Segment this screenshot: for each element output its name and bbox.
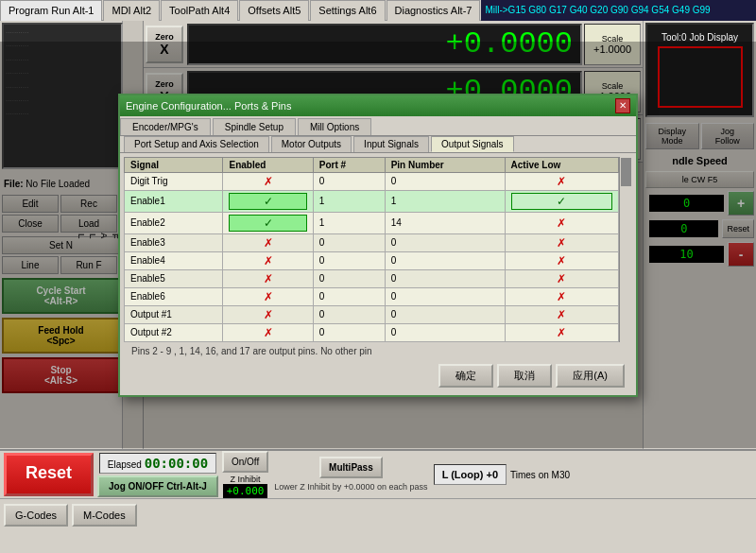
zinhibit-container: On/Off Z Inhibit +0.000 [222, 451, 268, 498]
x-icon: ✗ [511, 290, 613, 303]
enabled-cell[interactable]: ✗ [223, 269, 313, 287]
table-row[interactable]: Enable1✓11✓ [125, 190, 619, 212]
active-low-cell[interactable]: ✗ [505, 233, 619, 251]
active-low-cell[interactable]: ✗ [505, 269, 619, 287]
modal-tab-encoder[interactable]: Encoder/MPG's [120, 118, 211, 135]
menu-bar: Program Run Alt-1 MDI Alt2 ToolPath Alt4… [0, 0, 756, 21]
cancel-button[interactable]: 取消 [497, 364, 552, 388]
port-cell: 0 [313, 269, 385, 287]
x-icon: ✗ [229, 308, 306, 321]
tab-offsets[interactable]: Offsets Alt5 [239, 0, 309, 21]
port-cell: 0 [313, 251, 385, 269]
gcodes-button[interactable]: G-Codes [4, 504, 68, 527]
apply-button[interactable]: 应用(A) [556, 364, 625, 388]
col-active-low: Active Low [505, 157, 619, 172]
multipass-button[interactable]: MultiPass [319, 457, 383, 478]
enabled-cell[interactable]: ✗ [223, 251, 313, 269]
signal-cell: Enable3 [125, 233, 223, 251]
mcodes-button[interactable]: M-Codes [72, 504, 137, 527]
tab-mdi[interactable]: MDI Alt2 [103, 0, 160, 21]
enabled-cell[interactable]: ✗ [223, 323, 313, 341]
modal-body: Signal Enabled Port # Pin Number Active … [120, 153, 636, 395]
gcode-status-display: Mill->G15 G80 G17 G40 G20 G90 G94 G54 G4… [481, 0, 756, 21]
enabled-cell[interactable]: ✗ [223, 233, 313, 251]
pin-cell: 0 [385, 251, 505, 269]
jog-onoff-button[interactable]: Jog ON/OFF Ctrl-Alt-J [97, 475, 218, 497]
modal-tabs-row1: Encoder/MPG's Spindle Setup Mill Options [120, 116, 636, 136]
modal-tab-mill-options[interactable]: Mill Options [298, 118, 371, 135]
tab-diagnostics[interactable]: Diagnostics Alt-7 [387, 0, 481, 21]
col-pin: Pin Number [385, 157, 505, 172]
modal-close-button[interactable]: ✕ [615, 98, 630, 113]
enabled-cell[interactable]: ✗ [223, 305, 313, 323]
x-icon: ✗ [511, 175, 613, 188]
engine-config-modal: Engine Configuration... Ports & Pins ✕ E… [118, 94, 638, 397]
modal-subtab-output-signals[interactable]: Output Signals [431, 136, 514, 152]
elapsed-display: Elapsed 00:00:00 [99, 453, 216, 474]
modal-subtab-port-setup[interactable]: Port Setup and Axis Selection [124, 136, 269, 152]
signal-cell: Digit Trig [125, 172, 223, 190]
tab-toolpath[interactable]: ToolPath Alt4 [161, 0, 238, 21]
modal-tabs-row2: Port Setup and Axis Selection Motor Outp… [120, 136, 636, 153]
signal-table-container: Signal Enabled Port # Pin Number Active … [124, 157, 632, 342]
table-scrollbar[interactable] [619, 157, 632, 342]
active-low-cell[interactable]: ✗ [505, 251, 619, 269]
signal-cell: Enable4 [125, 251, 223, 269]
active-low-cell[interactable]: ✓ [505, 190, 619, 212]
on-off-button[interactable]: On/Off [222, 451, 268, 473]
enabled-cell[interactable]: ✗ [223, 172, 313, 190]
port-cell: 0 [313, 323, 385, 341]
multipass-container: MultiPass Lower Z Inhibit by +0.0000 on … [272, 457, 429, 493]
signal-cell: Enable2 [125, 212, 223, 233]
tab-settings[interactable]: Settings Alt6 [310, 0, 385, 21]
active-low-cell[interactable]: ✗ [505, 305, 619, 323]
ok-button[interactable]: 确定 [438, 364, 493, 388]
enabled-cell[interactable]: ✗ [223, 287, 313, 305]
modal-subtab-input-signals[interactable]: Input Signals [353, 136, 429, 152]
scrollbar-thumb[interactable] [621, 158, 631, 186]
x-icon: ✗ [511, 216, 613, 230]
table-row[interactable]: Enable6✗00✗ [125, 287, 619, 305]
zinhibit-display: Z Inhibit +0.000 [223, 475, 268, 498]
modal-action-buttons: 确定 取消 应用(A) [124, 360, 632, 391]
modal-subtab-motor-outputs[interactable]: Motor Outputs [271, 136, 352, 152]
loop-display: L (Loop) +0 [434, 464, 507, 485]
signal-cell: Enable6 [125, 287, 223, 305]
port-cell: 0 [313, 287, 385, 305]
table-row[interactable]: Enable3✗00✗ [125, 233, 619, 251]
active-low-cell[interactable]: ✗ [505, 212, 619, 233]
table-row[interactable]: Enable5✗00✗ [125, 269, 619, 287]
pin-cell: 14 [385, 212, 505, 233]
bottom-row2: G-Codes M-Codes [0, 498, 756, 530]
pin-cell: 0 [385, 323, 505, 341]
x-icon: ✗ [511, 254, 613, 268]
enabled-cell[interactable]: ✓ [223, 190, 313, 212]
col-enabled: Enabled [223, 157, 313, 172]
enabled-cell[interactable]: ✓ [223, 212, 313, 233]
table-row[interactable]: Digit Trig✗00✗ [125, 172, 619, 190]
table-row[interactable]: Enable2✓114✗ [125, 212, 619, 233]
table-row[interactable]: Output #1✗00✗ [125, 305, 619, 323]
pin-cell: 0 [385, 172, 505, 190]
lower-z-suffix: on each pass [377, 482, 428, 492]
tab-program-run[interactable]: Program Run Alt-1 [0, 0, 102, 21]
big-reset-button[interactable]: Reset [4, 453, 94, 496]
table-row[interactable]: Enable4✗00✗ [125, 251, 619, 269]
port-cell: 0 [313, 172, 385, 190]
signal-cell: Output #2 [125, 323, 223, 341]
x-icon: ✗ [511, 326, 613, 339]
check-icon: ✓ [511, 193, 613, 210]
zinhibit-label: Z Inhibit [231, 475, 261, 484]
table-row[interactable]: Output #2✗00✗ [125, 323, 619, 341]
elapsed-container: Elapsed 00:00:00 Jog ON/OFF Ctrl-Alt-J [97, 453, 218, 497]
x-icon: ✗ [511, 236, 613, 250]
x-icon: ✗ [511, 272, 613, 285]
modal-tab-spindle[interactable]: Spindle Setup [213, 118, 296, 135]
lower-z-value: +0.0000 [344, 482, 375, 492]
lower-z-info: Lower Z Inhibit by +0.0000 on each pass [272, 480, 429, 493]
zero-x-label: Zero [155, 32, 174, 42]
active-low-cell[interactable]: ✗ [505, 287, 619, 305]
pin-cell: 0 [385, 305, 505, 323]
active-low-cell[interactable]: ✗ [505, 172, 619, 190]
active-low-cell[interactable]: ✗ [505, 323, 619, 341]
